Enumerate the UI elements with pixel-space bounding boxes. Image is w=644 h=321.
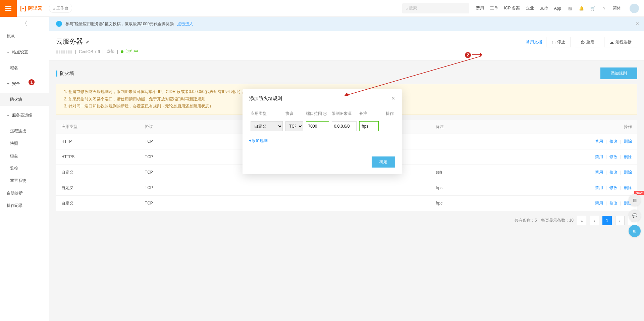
nav-domain[interactable]: 域名 bbox=[0, 62, 49, 74]
disable-link[interactable]: 禁用 bbox=[595, 139, 603, 144]
nav-disk[interactable]: 磁盘 bbox=[0, 150, 49, 162]
edit-link[interactable]: 修改 bbox=[609, 170, 618, 175]
nav-snapshot-label: 快照 bbox=[10, 141, 18, 146]
bell-icon[interactable]: 🔔 bbox=[579, 6, 584, 11]
caret-icon bbox=[7, 115, 9, 116]
edit-link[interactable]: 修改 bbox=[609, 185, 618, 190]
nav-security-label: 安全 bbox=[12, 81, 20, 87]
cell-remark: frps bbox=[430, 180, 489, 195]
disable-link[interactable]: 禁用 bbox=[595, 201, 603, 205]
remote-connect-button[interactable]: ☁远程连接 bbox=[604, 37, 637, 47]
caret-icon bbox=[7, 52, 9, 53]
arrow-line-icon bbox=[342, 55, 483, 97]
status-dot-icon bbox=[121, 50, 123, 53]
add-more-rule-link[interactable]: +添加规则 bbox=[249, 138, 268, 144]
delete-link[interactable]: 删除 bbox=[624, 154, 632, 159]
nav-reset[interactable]: 重置系统 bbox=[0, 175, 49, 187]
header-link-app[interactable]: App bbox=[554, 6, 561, 11]
protocol-select[interactable]: TCP bbox=[285, 121, 303, 131]
float-book-icon[interactable]: ▤ bbox=[629, 194, 641, 206]
section-title: 防火墙 bbox=[56, 71, 600, 77]
nav-security[interactable]: 安全 bbox=[0, 74, 49, 93]
add-rule-label: 添加规则 bbox=[611, 71, 627, 76]
svg-line-2 bbox=[345, 56, 481, 96]
close-icon[interactable]: × bbox=[636, 21, 639, 27]
workspace-button[interactable]: ⌂ 工作台 bbox=[49, 4, 72, 13]
header-link-fee[interactable]: 费用 bbox=[476, 5, 484, 11]
ip-input[interactable] bbox=[332, 121, 357, 131]
mcol-port: 端口范围 bbox=[306, 111, 322, 116]
nav-snapshot[interactable]: 快照 bbox=[0, 137, 49, 150]
restart-button[interactable]: ⏻重启 bbox=[575, 37, 600, 47]
remark-input[interactable] bbox=[359, 121, 379, 131]
banner-link[interactable]: 点击进入 bbox=[177, 21, 193, 27]
confirm-button[interactable]: 确定 bbox=[372, 156, 395, 168]
nav-domain-label: 域名 bbox=[10, 65, 18, 71]
disable-link[interactable]: 禁用 bbox=[595, 185, 603, 190]
header-link-ticket[interactable]: 工单 bbox=[490, 5, 498, 11]
nav-diag[interactable]: 自助诊断 bbox=[0, 187, 49, 199]
cell-app: HTTPS bbox=[56, 149, 140, 165]
cell-remark: ssh bbox=[430, 165, 489, 180]
delete-link[interactable]: 删除 bbox=[624, 185, 632, 190]
nav-disk-label: 磁盘 bbox=[10, 153, 18, 159]
nav-firewall[interactable]: 防火墙 bbox=[0, 93, 49, 106]
cell-app: 自定义 bbox=[56, 195, 140, 211]
pager-prev[interactable]: ‹ bbox=[590, 216, 599, 225]
disable-link[interactable]: 禁用 bbox=[595, 154, 603, 159]
lang-switch[interactable]: 简体 bbox=[613, 5, 621, 11]
nav-site-label: 站点设置 bbox=[12, 49, 28, 55]
cell-proto: TCP bbox=[140, 195, 198, 211]
add-rule-button[interactable]: 添加规则 bbox=[600, 67, 637, 79]
nav-remote[interactable]: 远程连接 bbox=[0, 125, 49, 137]
hamburger-menu-button[interactable] bbox=[0, 0, 17, 17]
cell-proto: TCP bbox=[140, 149, 198, 165]
nav-site-settings[interactable]: 站点设置 bbox=[0, 43, 49, 62]
nav-ops[interactable]: 服务器运维 bbox=[0, 106, 49, 125]
edit-link[interactable]: 修改 bbox=[609, 201, 618, 205]
delete-link[interactable]: 删除 bbox=[624, 139, 632, 144]
doc-link[interactable]: 常用文档 bbox=[526, 39, 542, 45]
disable-link[interactable]: 禁用 bbox=[595, 170, 603, 175]
cloudshell-icon[interactable]: ▧ bbox=[567, 6, 573, 11]
edit-link[interactable]: 修改 bbox=[609, 154, 618, 159]
back-icon[interactable]: 〈 bbox=[21, 19, 28, 28]
help-icon[interactable]: ? bbox=[601, 6, 607, 11]
question-icon[interactable]: ? bbox=[323, 112, 327, 116]
nav-log[interactable]: 操作记录 bbox=[0, 199, 49, 212]
cell-app: HTTP bbox=[56, 134, 140, 149]
nav-monitor[interactable]: 监控 bbox=[0, 162, 49, 175]
cart-icon[interactable]: 🛒 bbox=[590, 6, 595, 11]
top-header: [-] 阿里云 ⌂ 工作台 ⌕ 搜索 费用 工单 ICP 备案 企业 支持 Ap… bbox=[0, 0, 644, 17]
port-input[interactable] bbox=[306, 121, 329, 131]
svg-marker-3 bbox=[345, 93, 348, 96]
app-type-select[interactable]: 自定义 bbox=[251, 121, 283, 131]
pager-next[interactable]: › bbox=[615, 216, 625, 225]
header-link-enterprise[interactable]: 企业 bbox=[526, 5, 534, 11]
float-chat-icon[interactable]: 💬 bbox=[629, 210, 641, 222]
search-input[interactable]: ⌕ 搜索 bbox=[402, 3, 469, 13]
float-apps-icon[interactable]: ⊞ bbox=[629, 225, 641, 237]
nav-remote-label: 远程连接 bbox=[10, 128, 26, 134]
page-title: 云服务器 bbox=[56, 37, 83, 46]
pager-page-1[interactable]: 1 bbox=[602, 216, 612, 225]
edit-icon[interactable] bbox=[86, 39, 90, 44]
add-firewall-rule-modal: 添加防火墙规则 × 应用类型 协议 端口范围 ? 限制IP来源 备注 操作 自定… bbox=[243, 89, 402, 174]
power-icon: ⏻ bbox=[581, 40, 585, 45]
avatar[interactable] bbox=[630, 4, 639, 13]
cell-proto: TCP bbox=[140, 180, 198, 195]
nav-overview[interactable]: 概览 bbox=[0, 30, 49, 43]
status-label: 运行中 bbox=[126, 49, 138, 54]
edit-link[interactable]: 修改 bbox=[609, 139, 618, 144]
delete-link[interactable]: 删除 bbox=[624, 170, 632, 175]
logo[interactable]: [-] 阿里云 bbox=[20, 5, 42, 12]
menu-icon bbox=[5, 8, 11, 9]
stop-button[interactable]: ▢停止 bbox=[546, 37, 571, 47]
pager-first[interactable]: « bbox=[577, 216, 586, 225]
header-link-support[interactable]: 支持 bbox=[540, 5, 548, 11]
terminal-icon: ☁ bbox=[610, 40, 614, 45]
search-icon: ⌕ bbox=[406, 6, 408, 11]
nav-diag-label: 自助诊断 bbox=[7, 190, 23, 196]
header-link-icp[interactable]: ICP 备案 bbox=[504, 5, 520, 11]
table-row: 自定义 TCP frps 禁用|修改|删除 bbox=[56, 180, 637, 195]
